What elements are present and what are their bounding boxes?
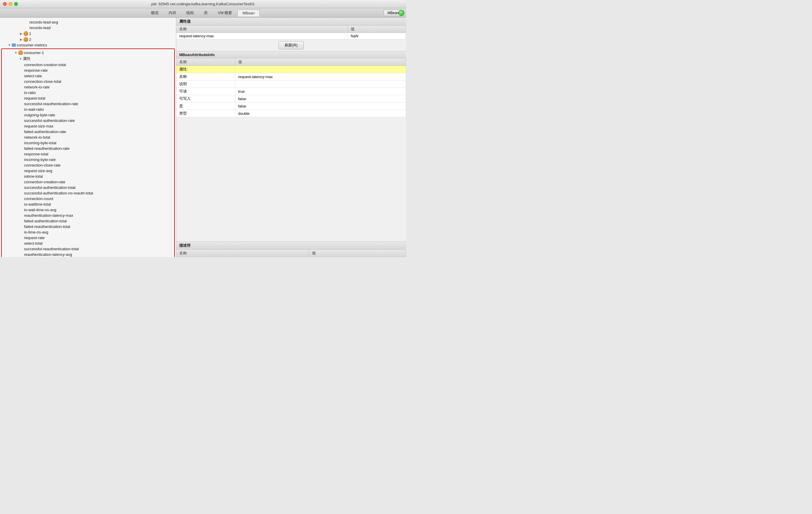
list-item[interactable]: response-total: [2, 151, 174, 157]
list-item[interactable]: failed-authentication-rate: [2, 129, 174, 134]
list-item[interactable]: reauthentication-latency-max: [2, 213, 174, 218]
list-item[interactable]: incoming-byte-total: [2, 140, 174, 146]
tab-memory[interactable]: 内存: [164, 9, 181, 17]
list-item[interactable]: reauthentication-latency-avg: [2, 252, 174, 257]
tab-mbean[interactable]: MBean: [237, 9, 259, 17]
table-row: 可写入 false: [176, 95, 406, 102]
left-panel: records-lead-avg records-lead ▶ 1 ▶: [0, 18, 176, 257]
bean-icon: [18, 50, 23, 55]
list-item[interactable]: io-time-ns-avg: [2, 230, 174, 235]
list-item[interactable]: successful-authentication-no-reauth-tota…: [2, 190, 174, 196]
col-value-header: 值: [348, 26, 406, 33]
mbean-row-value: false: [235, 102, 406, 110]
window-buttons: [3, 2, 18, 6]
list-item[interactable]: successful-authentication-total: [2, 185, 174, 190]
tab-vm[interactable]: VM 概要: [213, 9, 237, 17]
maximize-button[interactable]: [14, 2, 18, 6]
close-button[interactable]: [3, 2, 7, 6]
refresh-button[interactable]: 刷新(R): [279, 41, 304, 49]
list-item[interactable]: successful-authentication-rate: [2, 118, 174, 123]
mbean-row-label: 类型: [176, 110, 235, 117]
attr-label: connection-close-total: [24, 79, 61, 84]
table-row[interactable]: request-latency-max NaN: [176, 33, 406, 39]
list-item[interactable]: failed-reauthentication-rate: [2, 146, 174, 151]
attr-label: successful-authentication-rate: [24, 118, 75, 123]
attr-label: io-time-ns-avg: [24, 230, 48, 234]
list-item[interactable]: select-total: [2, 241, 174, 246]
tree-node-label: records-lead-avg: [29, 20, 58, 24]
mbean-row-label: 可读: [176, 88, 235, 95]
tree-folder-consumer-metrics[interactable]: ▼ consumer-metrics: [0, 42, 176, 48]
list-item[interactable]: connection-count: [2, 196, 174, 202]
list-item[interactable]: request-size-avg: [2, 168, 174, 174]
tabbar: 概览 内存 线程 类 VM 概要 MBean MBean: [0, 8, 406, 18]
list-item[interactable]: select-rate: [2, 73, 174, 79]
tab-overview[interactable]: 概览: [146, 9, 163, 17]
tab-classes[interactable]: 类: [199, 9, 212, 17]
list-item[interactable]: request-size-max: [2, 123, 174, 129]
list-item[interactable]: io-waittime-total: [2, 202, 174, 207]
folder-icon: [12, 43, 16, 47]
table-row: 可读 true: [176, 88, 406, 95]
list-item[interactable]: records-lead-avg: [0, 20, 176, 25]
attr-label: successful-authentication-no-reauth-tota…: [24, 191, 93, 195]
bean-icon: [24, 37, 28, 42]
list-item[interactable]: network-io-rate: [2, 84, 174, 90]
list-item[interactable]: records-lead: [0, 25, 176, 31]
list-item[interactable]: response-rate: [2, 67, 174, 73]
list-item[interactable]: connection-creation-rate: [2, 179, 174, 185]
list-item[interactable]: connection-close-rate: [2, 162, 174, 168]
list-item[interactable]: successful-reauthentication-total: [2, 246, 174, 252]
attr-label: incoming-byte-total: [24, 141, 56, 145]
minimize-button[interactable]: [8, 2, 12, 6]
list-item[interactable]: iotime-total: [2, 174, 174, 179]
attr-label: request-size-avg: [24, 169, 52, 173]
tree-node-label: consumer-metrics: [17, 43, 47, 47]
table-row: 名称 request-latency-max: [176, 73, 406, 81]
tree-wrapper: records-lead-avg records-lead ▶ 1 ▶: [0, 19, 176, 256]
list-item[interactable]: failed-authentication-total: [2, 218, 174, 224]
tab-threads[interactable]: 线程: [181, 9, 199, 17]
tree-node-consumer-1[interactable]: ▼ consumer-1: [2, 50, 174, 56]
attr-label: outgoing-byte-rate: [24, 113, 55, 117]
list-item[interactable]: io-wait-ratio: [2, 107, 174, 112]
desc-col-name-header: 名称: [176, 250, 309, 257]
list-item[interactable]: connection-creation-total: [2, 62, 174, 67]
mbean-info-table: 名称 值 属性: 名称 request-latency-max: [176, 58, 406, 117]
tree-attributes-folder[interactable]: ▼ 属性: [2, 56, 174, 62]
list-item[interactable]: network-io-total: [2, 134, 174, 140]
mbean-row-value: true: [235, 88, 406, 95]
attr-label: connection-count: [24, 196, 53, 201]
list-item[interactable]: outgoing-byte-rate: [2, 112, 174, 118]
attr-value-section: 属性值 名称 值 request-latency-max NaN: [176, 18, 406, 51]
attr-label: failed-reauthentication-rate: [24, 146, 69, 151]
list-item[interactable]: ▶ 1: [0, 31, 176, 36]
attr-label: io-ratio: [24, 90, 36, 95]
attr-label: request-size-max: [24, 124, 54, 128]
attr-value-table: 名称 值 request-latency-max NaN: [176, 26, 406, 39]
right-panel: 属性值 名称 值 request-latency-max NaN: [176, 18, 406, 257]
attr-label: successful-authentication-total: [24, 185, 76, 190]
list-item[interactable]: failed-reauthentication-total: [2, 224, 174, 230]
expand-arrow-icon: ▼: [13, 51, 18, 54]
mbean-row-value: false: [235, 95, 406, 102]
tree-node-label: 2: [29, 37, 31, 42]
attributes-label: 属性: [23, 56, 31, 61]
attr-label: incoming-byte-rate: [24, 157, 56, 162]
list-item[interactable]: ▶ 2: [0, 36, 176, 42]
list-item[interactable]: io-wait-time-ns-avg: [2, 207, 174, 213]
list-item[interactable]: request-rate: [2, 235, 174, 241]
list-item[interactable]: incoming-byte-rate: [2, 157, 174, 162]
list-item[interactable]: io-ratio: [2, 90, 174, 95]
attr-label: io-waittime-total: [24, 202, 51, 207]
list-item[interactable]: request-total: [2, 95, 174, 101]
list-item[interactable]: successful-reauthentication-rate: [2, 101, 174, 107]
bean-icon: [24, 31, 28, 36]
mbean-col-name-header: 名称: [176, 58, 235, 66]
attr-label: io-wait-ratio: [24, 107, 44, 112]
list-item[interactable]: connection-close-total: [2, 79, 174, 84]
col-name-header: 名称: [176, 26, 348, 33]
table-row: 类型 double: [176, 110, 406, 117]
attr-label: failed-reauthentication-total: [24, 224, 70, 229]
attr-value-header: 属性值: [176, 18, 406, 26]
